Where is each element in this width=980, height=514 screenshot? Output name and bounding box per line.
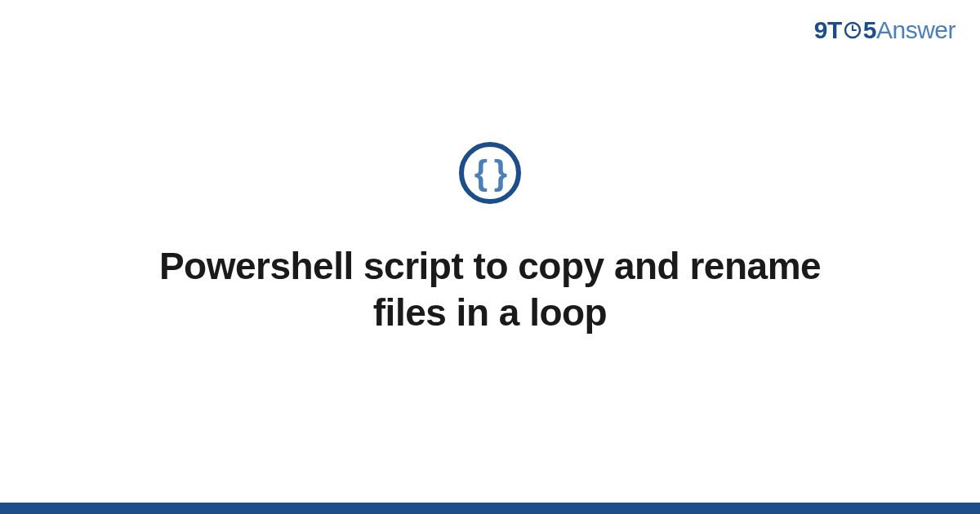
category-icon-circle: { }: [459, 142, 521, 204]
main-content: { } Powershell script to copy and rename…: [0, 0, 980, 503]
page-title: Powershell script to copy and rename fil…: [122, 243, 858, 337]
braces-icon: { }: [474, 153, 506, 193]
footer-accent-bar: [0, 503, 980, 514]
